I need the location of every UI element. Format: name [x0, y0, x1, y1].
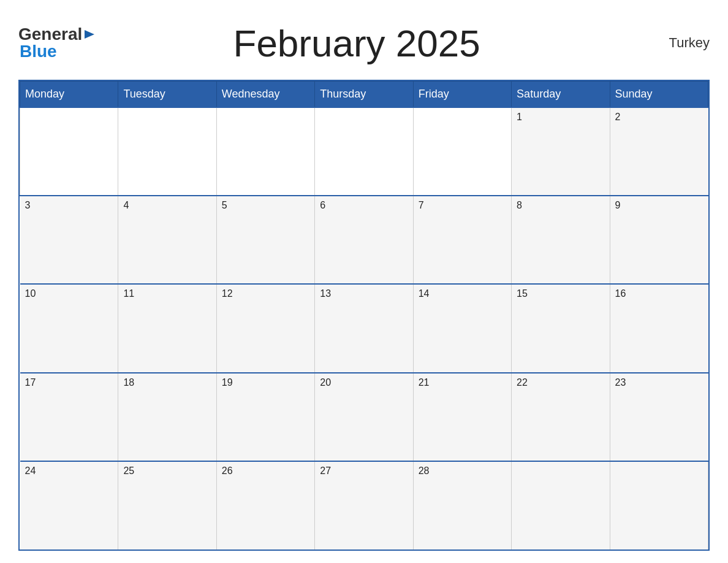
calendar-title: February 2025 [96, 21, 618, 65]
day-header-monday: Monday [20, 82, 118, 108]
week3-sat: 15 [512, 284, 610, 372]
week-row-4: 17 18 19 20 21 22 [20, 373, 708, 461]
day-13: 13 [320, 288, 408, 299]
day-16: 16 [615, 288, 703, 299]
page: General Blue February 2025 Turkey Monday… [0, 0, 728, 563]
logo-blue-text: Blue [20, 42, 57, 61]
calendar-header: Monday Tuesday Wednesday Thursday Friday… [20, 82, 708, 108]
logo-blue-row: Blue [20, 43, 96, 60]
week5-sun-empty [610, 461, 708, 550]
week3-fri: 14 [413, 284, 511, 372]
week2-sun: 9 [610, 196, 708, 284]
week4-wed: 19 [216, 373, 314, 461]
week2-thu: 6 [315, 196, 413, 284]
day-18: 18 [123, 377, 211, 388]
logo-general-text: General [18, 26, 82, 43]
week3-thu: 13 [315, 284, 413, 372]
day-26: 26 [222, 465, 309, 477]
day-5: 5 [222, 200, 309, 211]
day-6: 6 [320, 200, 408, 211]
day-19: 19 [222, 377, 309, 388]
day-28: 28 [419, 465, 506, 477]
week5-fri: 28 [413, 461, 511, 550]
day-23: 23 [615, 377, 703, 388]
svg-marker-0 [85, 30, 94, 39]
day-12: 12 [222, 288, 309, 299]
day-10: 10 [25, 288, 113, 299]
day-24: 24 [25, 465, 113, 477]
week2-tue: 4 [118, 196, 216, 284]
week2-wed: 5 [216, 196, 314, 284]
day-20: 20 [320, 377, 408, 388]
week4-fri: 21 [413, 373, 511, 461]
day-7: 7 [419, 200, 506, 211]
calendar-body: 1 2 3 4 5 [20, 107, 708, 550]
logo: General Blue [18, 26, 96, 60]
week-row-3: 10 11 12 13 14 15 [20, 284, 708, 372]
day-8: 8 [517, 200, 604, 211]
day-header-saturday: Saturday [512, 82, 610, 108]
day-25: 25 [123, 465, 211, 477]
day-11: 11 [123, 288, 211, 299]
week4-sun: 23 [610, 373, 708, 461]
day-header-thursday: Thursday [315, 82, 413, 108]
day-3: 3 [25, 200, 113, 211]
calendar-container: Monday Tuesday Wednesday Thursday Friday… [18, 80, 710, 551]
week1-mon [20, 107, 118, 196]
week1-thu [315, 107, 413, 196]
day-22: 22 [517, 377, 604, 388]
day-21: 21 [419, 377, 506, 388]
week1-tue [118, 107, 216, 196]
week5-wed: 26 [216, 461, 314, 550]
logo-triangle-icon [82, 28, 96, 41]
calendar-table: Monday Tuesday Wednesday Thursday Friday… [20, 81, 708, 550]
week-row-1: 1 2 [20, 107, 708, 196]
week2-sat: 8 [512, 196, 610, 284]
header: General Blue February 2025 Turkey [18, 12, 710, 74]
week5-mon: 24 [20, 461, 118, 550]
day-14: 14 [419, 288, 506, 299]
day-17: 17 [25, 377, 113, 388]
week3-wed: 12 [216, 284, 314, 372]
day-2: 2 [615, 112, 703, 123]
week2-fri: 7 [413, 196, 511, 284]
logo-row1: General [18, 26, 96, 43]
week1-sat: 1 [512, 107, 610, 196]
week5-thu: 27 [315, 461, 413, 550]
days-of-week-row: Monday Tuesday Wednesday Thursday Friday… [20, 82, 708, 108]
day-4: 4 [123, 200, 211, 211]
week1-wed [216, 107, 314, 196]
week5-sat-empty [512, 461, 610, 550]
week-row-2: 3 4 5 6 7 8 [20, 196, 708, 284]
week2-mon: 3 [20, 196, 118, 284]
week3-mon: 10 [20, 284, 118, 372]
week4-sat: 22 [512, 373, 610, 461]
week3-tue: 11 [118, 284, 216, 372]
day-9: 9 [615, 200, 703, 211]
week4-tue: 18 [118, 373, 216, 461]
week3-sun: 16 [610, 284, 708, 372]
country-label: Turkey [618, 35, 710, 51]
day-1: 1 [517, 112, 604, 123]
day-15: 15 [517, 288, 604, 299]
week-row-5: 24 25 26 27 28 [20, 461, 708, 550]
day-header-tuesday: Tuesday [118, 82, 216, 108]
week5-tue: 25 [118, 461, 216, 550]
day-27: 27 [320, 465, 408, 477]
week4-mon: 17 [20, 373, 118, 461]
week4-thu: 20 [315, 373, 413, 461]
week1-fri [413, 107, 511, 196]
day-header-wednesday: Wednesday [216, 82, 314, 108]
day-header-sunday: Sunday [610, 82, 708, 108]
week1-sun: 2 [610, 107, 708, 196]
day-header-friday: Friday [413, 82, 511, 108]
